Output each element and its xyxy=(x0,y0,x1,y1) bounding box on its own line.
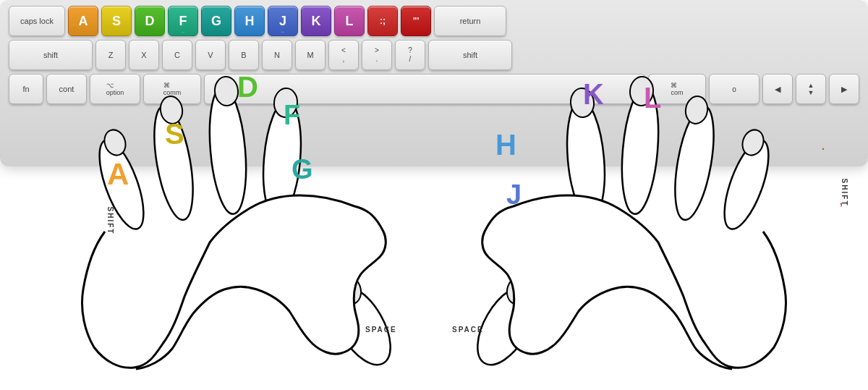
semicolon-dot-label: · xyxy=(822,143,825,155)
key-h[interactable]: H xyxy=(234,6,265,36)
hands-svg: .hand-outline { fill: white; stroke: bla… xyxy=(0,43,868,390)
key-a[interactable]: A xyxy=(68,6,98,36)
key-j[interactable]: J_ xyxy=(268,6,298,36)
key-caps-lock[interactable]: caps lock xyxy=(9,6,65,36)
key-l[interactable]: L xyxy=(334,6,365,36)
home-row: caps lock A S D F_ G H J_ K L : ; " ' re… xyxy=(9,6,859,36)
key-quote[interactable]: " ' xyxy=(401,6,431,36)
comma-label: , xyxy=(840,195,843,207)
key-return[interactable]: return xyxy=(434,6,506,36)
key-s[interactable]: S xyxy=(101,6,132,36)
key-g[interactable]: G xyxy=(201,6,231,36)
key-d[interactable]: D xyxy=(135,6,165,36)
hands-illustration: .hand-outline { fill: white; stroke: bla… xyxy=(0,43,868,390)
key-k[interactable]: K xyxy=(301,6,331,36)
key-semicolon[interactable]: : ; xyxy=(367,6,398,36)
key-f[interactable]: F_ xyxy=(168,6,198,36)
